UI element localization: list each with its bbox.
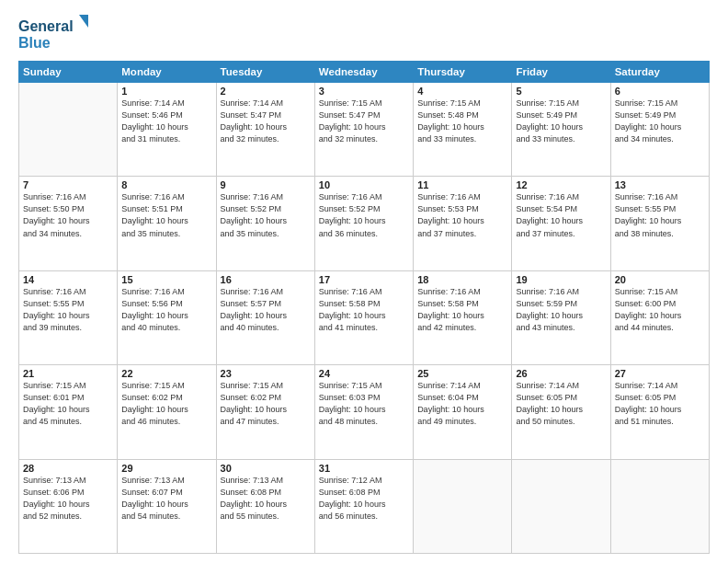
day-info: Sunrise: 7:16 AM Sunset: 5:52 PM Dayligh…: [319, 191, 409, 239]
day-number: 13: [615, 179, 705, 190]
calendar-cell: 26Sunrise: 7:14 AM Sunset: 6:05 PM Dayli…: [512, 365, 610, 459]
day-number: 10: [319, 179, 409, 190]
day-info: Sunrise: 7:16 AM Sunset: 5:56 PM Dayligh…: [121, 286, 211, 334]
day-number: 15: [121, 274, 211, 285]
day-info: Sunrise: 7:14 AM Sunset: 6:05 PM Dayligh…: [615, 380, 705, 428]
calendar-cell: 3Sunrise: 7:15 AM Sunset: 5:47 PM Daylig…: [314, 83, 413, 177]
calendar-week-4: 21Sunrise: 7:15 AM Sunset: 6:01 PM Dayli…: [19, 365, 710, 459]
col-header-tuesday: Tuesday: [216, 62, 314, 83]
day-number: 25: [417, 368, 507, 379]
day-info: Sunrise: 7:13 AM Sunset: 6:08 PM Dayligh…: [221, 475, 311, 523]
day-info: Sunrise: 7:16 AM Sunset: 5:55 PM Dayligh…: [23, 286, 113, 334]
day-number: 16: [221, 274, 311, 285]
day-number: 29: [121, 463, 211, 474]
day-number: 26: [516, 368, 606, 379]
calendar-cell: 18Sunrise: 7:16 AM Sunset: 5:58 PM Dayli…: [414, 270, 512, 364]
calendar-week-3: 14Sunrise: 7:16 AM Sunset: 5:55 PM Dayli…: [19, 270, 710, 364]
calendar-cell: 14Sunrise: 7:16 AM Sunset: 5:55 PM Dayli…: [19, 270, 118, 364]
svg-marker-2: [79, 15, 88, 28]
calendar-cell: 4Sunrise: 7:15 AM Sunset: 5:48 PM Daylig…: [414, 83, 512, 177]
svg-text:Blue: Blue: [18, 35, 51, 51]
day-number: 21: [23, 368, 113, 379]
day-number: 12: [516, 179, 606, 190]
day-number: 19: [516, 274, 606, 285]
day-info: Sunrise: 7:16 AM Sunset: 5:58 PM Dayligh…: [417, 286, 507, 334]
calendar-cell: 6Sunrise: 7:15 AM Sunset: 5:49 PM Daylig…: [610, 83, 709, 177]
calendar-cell: [512, 459, 610, 553]
day-number: 3: [319, 86, 409, 97]
day-number: 22: [121, 368, 211, 379]
calendar-cell: 22Sunrise: 7:15 AM Sunset: 6:02 PM Dayli…: [118, 365, 216, 459]
col-header-wednesday: Wednesday: [314, 62, 413, 83]
day-info: Sunrise: 7:15 AM Sunset: 6:01 PM Dayligh…: [23, 380, 113, 428]
calendar-cell: 11Sunrise: 7:16 AM Sunset: 5:53 PM Dayli…: [414, 177, 512, 270]
day-number: 6: [615, 86, 705, 97]
day-number: 24: [319, 368, 409, 379]
calendar-cell: 29Sunrise: 7:13 AM Sunset: 6:07 PM Dayli…: [118, 459, 216, 553]
calendar-cell: 30Sunrise: 7:13 AM Sunset: 6:08 PM Dayli…: [216, 459, 314, 553]
calendar-cell: 13Sunrise: 7:16 AM Sunset: 5:55 PM Dayli…: [610, 177, 709, 270]
day-number: 2: [221, 86, 311, 97]
day-info: Sunrise: 7:16 AM Sunset: 5:51 PM Dayligh…: [121, 191, 211, 239]
day-number: 8: [121, 179, 211, 190]
calendar-cell: 17Sunrise: 7:16 AM Sunset: 5:58 PM Dayli…: [314, 270, 413, 364]
day-number: 30: [221, 463, 311, 474]
calendar-cell: 24Sunrise: 7:15 AM Sunset: 6:03 PM Dayli…: [314, 365, 413, 459]
day-info: Sunrise: 7:16 AM Sunset: 5:50 PM Dayligh…: [23, 191, 113, 239]
calendar-cell: 25Sunrise: 7:14 AM Sunset: 6:04 PM Dayli…: [414, 365, 512, 459]
calendar-cell: 16Sunrise: 7:16 AM Sunset: 5:57 PM Dayli…: [216, 270, 314, 364]
calendar-week-5: 28Sunrise: 7:13 AM Sunset: 6:06 PM Dayli…: [19, 459, 710, 553]
day-number: 31: [319, 463, 409, 474]
calendar-table: SundayMondayTuesdayWednesdayThursdayFrid…: [18, 61, 710, 554]
day-number: 17: [319, 274, 409, 285]
calendar-cell: 27Sunrise: 7:14 AM Sunset: 6:05 PM Dayli…: [610, 365, 709, 459]
calendar-cell: 7Sunrise: 7:16 AM Sunset: 5:50 PM Daylig…: [19, 177, 118, 270]
day-info: Sunrise: 7:16 AM Sunset: 5:55 PM Dayligh…: [615, 191, 705, 239]
day-info: Sunrise: 7:14 AM Sunset: 6:05 PM Dayligh…: [516, 380, 606, 428]
day-number: 7: [23, 179, 113, 190]
day-info: Sunrise: 7:12 AM Sunset: 6:08 PM Dayligh…: [319, 475, 409, 523]
calendar-cell: 5Sunrise: 7:15 AM Sunset: 5:49 PM Daylig…: [512, 83, 610, 177]
day-info: Sunrise: 7:14 AM Sunset: 5:46 PM Dayligh…: [121, 98, 211, 145]
calendar-week-2: 7Sunrise: 7:16 AM Sunset: 5:50 PM Daylig…: [19, 177, 710, 270]
day-number: 9: [221, 179, 311, 190]
calendar-cell: 1Sunrise: 7:14 AM Sunset: 5:46 PM Daylig…: [118, 83, 216, 177]
day-info: Sunrise: 7:15 AM Sunset: 5:48 PM Dayligh…: [417, 98, 507, 145]
day-info: Sunrise: 7:13 AM Sunset: 6:06 PM Dayligh…: [23, 475, 113, 523]
calendar-cell: 8Sunrise: 7:16 AM Sunset: 5:51 PM Daylig…: [118, 177, 216, 270]
day-info: Sunrise: 7:15 AM Sunset: 5:49 PM Dayligh…: [615, 98, 705, 145]
calendar-cell: [610, 459, 709, 553]
calendar-cell: 15Sunrise: 7:16 AM Sunset: 5:56 PM Dayli…: [118, 270, 216, 364]
day-number: 20: [615, 274, 705, 285]
day-number: 14: [23, 274, 113, 285]
day-number: 27: [615, 368, 705, 379]
day-info: Sunrise: 7:16 AM Sunset: 5:57 PM Dayligh…: [221, 286, 311, 334]
calendar-cell: 2Sunrise: 7:14 AM Sunset: 5:47 PM Daylig…: [216, 83, 314, 177]
calendar-week-1: 1Sunrise: 7:14 AM Sunset: 5:46 PM Daylig…: [19, 83, 710, 177]
calendar-header: GeneralBlue: [18, 15, 710, 53]
day-info: Sunrise: 7:16 AM Sunset: 5:52 PM Dayligh…: [221, 191, 311, 239]
day-info: Sunrise: 7:15 AM Sunset: 6:02 PM Dayligh…: [121, 380, 211, 428]
day-number: 11: [417, 179, 507, 190]
day-number: 18: [417, 274, 507, 285]
day-info: Sunrise: 7:16 AM Sunset: 5:58 PM Dayligh…: [319, 286, 409, 334]
calendar-cell: 21Sunrise: 7:15 AM Sunset: 6:01 PM Dayli…: [19, 365, 118, 459]
calendar-cell: 9Sunrise: 7:16 AM Sunset: 5:52 PM Daylig…: [216, 177, 314, 270]
calendar-cell: 12Sunrise: 7:16 AM Sunset: 5:54 PM Dayli…: [512, 177, 610, 270]
day-number: 28: [23, 463, 113, 474]
col-header-sunday: Sunday: [19, 62, 118, 83]
calendar-cell: [19, 83, 118, 177]
day-info: Sunrise: 7:15 AM Sunset: 6:03 PM Dayligh…: [319, 380, 409, 428]
calendar-header-row: SundayMondayTuesdayWednesdayThursdayFrid…: [19, 62, 710, 83]
day-info: Sunrise: 7:16 AM Sunset: 5:53 PM Dayligh…: [417, 191, 507, 239]
day-info: Sunrise: 7:13 AM Sunset: 6:07 PM Dayligh…: [121, 475, 211, 523]
day-number: 1: [121, 86, 211, 97]
day-number: 23: [221, 368, 311, 379]
logo-svg: GeneralBlue: [18, 15, 92, 53]
col-header-monday: Monday: [118, 62, 216, 83]
day-info: Sunrise: 7:15 AM Sunset: 6:00 PM Dayligh…: [615, 286, 705, 334]
logo: GeneralBlue: [18, 15, 92, 53]
calendar-cell: 19Sunrise: 7:16 AM Sunset: 5:59 PM Dayli…: [512, 270, 610, 364]
calendar-cell: [414, 459, 512, 553]
day-info: Sunrise: 7:15 AM Sunset: 5:47 PM Dayligh…: [319, 98, 409, 145]
